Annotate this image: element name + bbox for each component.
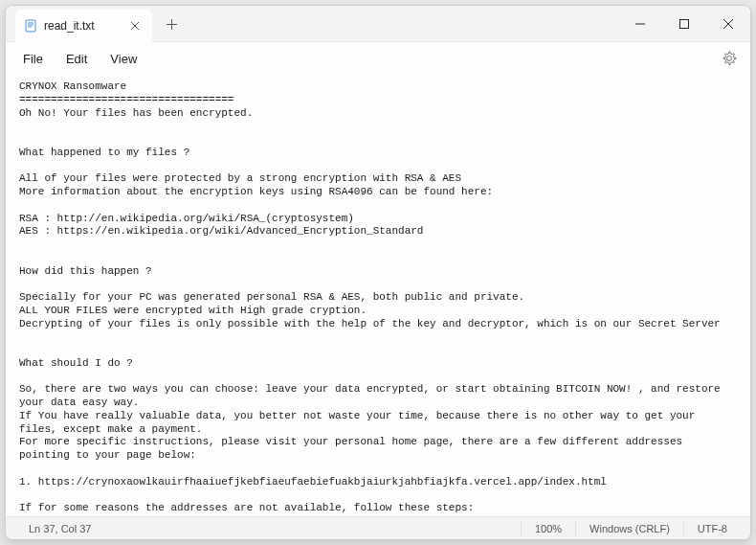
cursor-position[interactable]: Ln 37, Col 37 <box>15 523 104 534</box>
new-tab-button[interactable] <box>158 10 187 38</box>
close-window-button[interactable] <box>706 6 750 42</box>
title-bar[interactable]: read_it.txt <box>6 6 750 42</box>
settings-button[interactable] <box>716 45 743 72</box>
edit-menu[interactable]: Edit <box>56 48 97 70</box>
menu-bar: File Edit View <box>6 42 750 75</box>
window-controls <box>618 6 750 41</box>
svg-rect-4 <box>680 20 689 29</box>
maximize-button[interactable] <box>662 6 706 42</box>
file-tab[interactable]: read_it.txt <box>15 10 152 42</box>
encoding[interactable]: UTF-8 <box>684 523 741 534</box>
view-menu[interactable]: View <box>100 48 146 70</box>
status-bar: Ln 37, Col 37 100% Windows (CRLF) UTF-8 <box>6 516 750 539</box>
notepad-icon <box>23 18 38 34</box>
minimize-button[interactable] <box>618 6 662 42</box>
text-editor-area[interactable]: CRYNOX Ransomware ======================… <box>6 75 750 516</box>
notepad-window: read_it.txt File Edit View <box>5 5 751 540</box>
titlebar-drag-area[interactable] <box>187 6 618 41</box>
gear-icon <box>722 51 737 66</box>
zoom-level[interactable]: 100% <box>522 523 575 534</box>
line-ending[interactable]: Windows (CRLF) <box>576 523 683 534</box>
tab-title: read_it.txt <box>44 19 95 33</box>
close-tab-button[interactable] <box>127 18 143 34</box>
file-menu[interactable]: File <box>13 48 53 70</box>
svg-rect-0 <box>26 20 35 32</box>
